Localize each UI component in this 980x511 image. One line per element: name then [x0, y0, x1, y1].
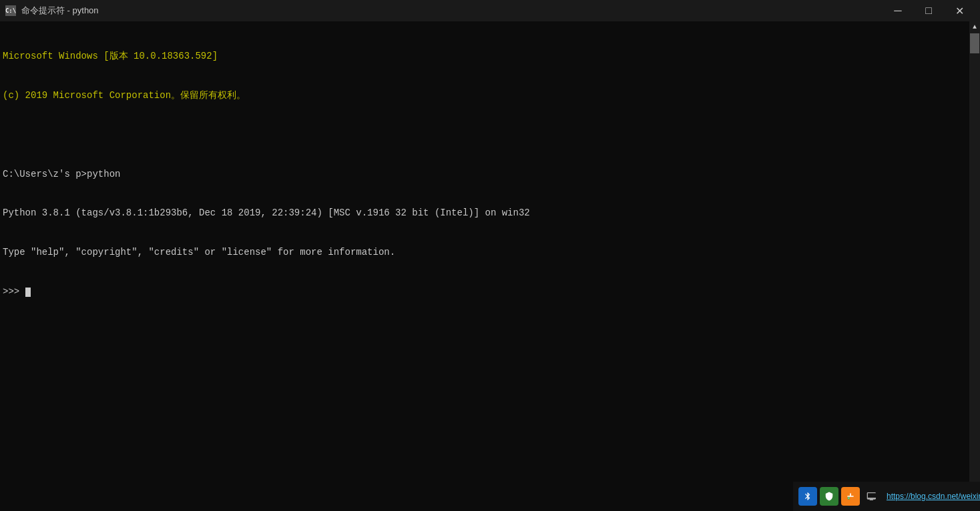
cursor	[25, 288, 31, 297]
terminal-line-2: (c) 2019 Microsoft Corporation。保留所有权利。	[3, 89, 967, 103]
titlebar: C:\ 命令提示符 - python ─ □ ✕	[0, 0, 980, 21]
monitor-icon[interactable]	[863, 487, 881, 506]
terminal-line-3	[3, 129, 967, 142]
shield-icon[interactable]	[820, 487, 838, 506]
window-controls: ─ □ ✕	[883, 0, 975, 21]
terminal-line-4: C:\Users\z's p>python	[3, 168, 967, 181]
terminal-line-1: Microsoft Windows [版本 10.0.18363.592]	[3, 50, 967, 63]
window-title: 命令提示符 - python	[21, 5, 883, 17]
terminal-line-5: Python 3.8.1 (tags/v3.8.1:1b293b6, Dec 1…	[3, 207, 967, 220]
terminal-output: Microsoft Windows [版本 10.0.18363.592] (c…	[3, 24, 967, 325]
scrollbar[interactable]: ▲	[969, 21, 980, 511]
minimize-button[interactable]: ─	[883, 0, 913, 21]
scrollbar-thumb[interactable]	[970, 33, 979, 53]
terminal-line-6: Type "help", "copyright", "credits" or "…	[3, 246, 967, 260]
close-button[interactable]: ✕	[944, 0, 975, 21]
terminal-line-7: >>>	[3, 286, 967, 299]
taskbar-notification: https://blog.csdn.net/weixin_45019830	[793, 482, 980, 511]
cmd-icon: C:\	[5, 5, 16, 16]
cmd-window: C:\ 命令提示符 - python ─ □ ✕ Microsoft Windo…	[0, 0, 980, 511]
terminal-content[interactable]: Microsoft Windows [版本 10.0.18363.592] (c…	[0, 21, 969, 511]
bluetooth-icon[interactable]	[798, 487, 817, 506]
terminal-body: Microsoft Windows [版本 10.0.18363.592] (c…	[0, 21, 980, 511]
system-tray	[798, 487, 881, 506]
maximize-button[interactable]: □	[913, 0, 944, 21]
notification-url[interactable]: https://blog.csdn.net/weixin_45019830	[887, 492, 980, 501]
plus-icon[interactable]	[841, 487, 860, 506]
scroll-up-button[interactable]: ▲	[969, 21, 980, 32]
